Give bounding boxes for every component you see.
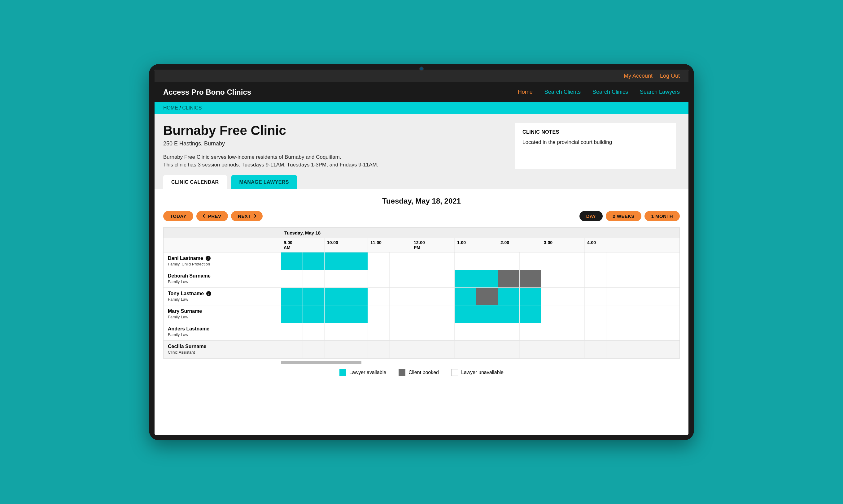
slot-empty[interactable]: [585, 288, 606, 305]
slot-available[interactable]: [346, 288, 368, 305]
slot-empty[interactable]: [520, 323, 541, 340]
slot-empty[interactable]: [585, 341, 606, 358]
view-1month-button[interactable]: 1 MONTH: [644, 211, 680, 221]
slot-empty[interactable]: [563, 288, 585, 305]
slot-empty[interactable]: [433, 305, 454, 323]
slot-available[interactable]: [454, 305, 476, 323]
slot-empty[interactable]: [411, 252, 433, 270]
slot-empty[interactable]: [541, 323, 563, 340]
slot-empty[interactable]: [433, 341, 454, 358]
slot-available[interactable]: [520, 305, 541, 323]
view-2weeks-button[interactable]: 2 WEEKS: [606, 211, 641, 221]
slot-empty[interactable]: [585, 270, 606, 287]
slot-empty[interactable]: [476, 252, 498, 270]
slot-empty[interactable]: [606, 288, 628, 305]
nav-search-clinics[interactable]: Search Clinics: [592, 89, 628, 95]
slot-empty[interactable]: [281, 270, 303, 287]
breadcrumb-home[interactable]: HOME: [163, 105, 178, 110]
slot-available[interactable]: [476, 305, 498, 323]
slot-available[interactable]: [346, 252, 368, 270]
slot-empty[interactable]: [390, 288, 411, 305]
slot-empty[interactable]: [368, 288, 390, 305]
slot-empty[interactable]: [411, 270, 433, 287]
slot-available[interactable]: [454, 270, 476, 287]
slot-empty[interactable]: [346, 270, 368, 287]
slot-empty[interactable]: [390, 341, 411, 358]
slot-empty[interactable]: [541, 270, 563, 287]
slot-empty[interactable]: [563, 341, 585, 358]
slot-empty[interactable]: [390, 270, 411, 287]
tab-manage-lawyers[interactable]: MANAGE LAWYERS: [231, 175, 297, 190]
slot-empty[interactable]: [346, 341, 368, 358]
slot-empty[interactable]: [606, 252, 628, 270]
horizontal-scrollbar[interactable]: [281, 361, 361, 364]
slot-empty[interactable]: [346, 323, 368, 340]
slot-empty[interactable]: [390, 252, 411, 270]
slot-empty[interactable]: [433, 288, 454, 305]
logout-link[interactable]: Log Out: [660, 73, 680, 79]
slot-empty[interactable]: [585, 323, 606, 340]
slot-available[interactable]: [476, 270, 498, 287]
slot-empty[interactable]: [606, 323, 628, 340]
slot-empty[interactable]: [541, 305, 563, 323]
nav-home[interactable]: Home: [518, 89, 533, 95]
my-account-link[interactable]: My Account: [624, 73, 653, 79]
slot-empty[interactable]: [303, 323, 325, 340]
slot-empty[interactable]: [411, 288, 433, 305]
info-icon[interactable]: i: [206, 256, 211, 261]
slot-available[interactable]: [303, 252, 325, 270]
slot-available[interactable]: [325, 252, 346, 270]
slot-empty[interactable]: [585, 252, 606, 270]
slot-available[interactable]: [303, 288, 325, 305]
prev-button[interactable]: PREV: [196, 211, 228, 221]
slot-empty[interactable]: [303, 270, 325, 287]
slot-empty[interactable]: [541, 288, 563, 305]
slot-empty[interactable]: [368, 341, 390, 358]
breadcrumb-current[interactable]: CLINICS: [182, 105, 202, 110]
slot-empty[interactable]: [563, 270, 585, 287]
slot-available[interactable]: [325, 305, 346, 323]
slot-empty[interactable]: [325, 341, 346, 358]
slot-booked[interactable]: [498, 270, 520, 287]
slot-available[interactable]: [281, 288, 303, 305]
slot-booked[interactable]: [476, 288, 498, 305]
view-day-button[interactable]: DAY: [580, 211, 603, 221]
slot-empty[interactable]: [433, 270, 454, 287]
slot-empty[interactable]: [281, 323, 303, 340]
slot-empty[interactable]: [563, 323, 585, 340]
slot-empty[interactable]: [563, 305, 585, 323]
slot-available[interactable]: [520, 288, 541, 305]
slot-empty[interactable]: [606, 270, 628, 287]
slot-empty[interactable]: [433, 323, 454, 340]
nav-search-lawyers[interactable]: Search Lawyers: [640, 89, 680, 95]
next-button[interactable]: NEXT: [231, 211, 263, 221]
slot-available[interactable]: [498, 305, 520, 323]
slot-empty[interactable]: [498, 252, 520, 270]
slot-empty[interactable]: [454, 252, 476, 270]
slot-available[interactable]: [303, 305, 325, 323]
slot-empty[interactable]: [476, 341, 498, 358]
slot-empty[interactable]: [454, 323, 476, 340]
slot-empty[interactable]: [368, 252, 390, 270]
slot-booked[interactable]: [520, 270, 541, 287]
slot-empty[interactable]: [411, 305, 433, 323]
slot-available[interactable]: [498, 288, 520, 305]
tab-clinic-calendar[interactable]: CLINIC CALENDAR: [163, 175, 227, 190]
slot-empty[interactable]: [390, 323, 411, 340]
slot-empty[interactable]: [520, 341, 541, 358]
slot-empty[interactable]: [433, 252, 454, 270]
slot-available[interactable]: [325, 288, 346, 305]
slot-empty[interactable]: [541, 252, 563, 270]
slot-empty[interactable]: [498, 323, 520, 340]
slot-empty[interactable]: [585, 305, 606, 323]
today-button[interactable]: TODAY: [163, 211, 193, 221]
slot-empty[interactable]: [281, 341, 303, 358]
slot-empty[interactable]: [606, 341, 628, 358]
slot-empty[interactable]: [541, 341, 563, 358]
slot-available[interactable]: [281, 252, 303, 270]
info-icon[interactable]: i: [206, 291, 211, 296]
slot-empty[interactable]: [390, 305, 411, 323]
slot-empty[interactable]: [454, 341, 476, 358]
slot-empty[interactable]: [303, 341, 325, 358]
slot-empty[interactable]: [368, 270, 390, 287]
